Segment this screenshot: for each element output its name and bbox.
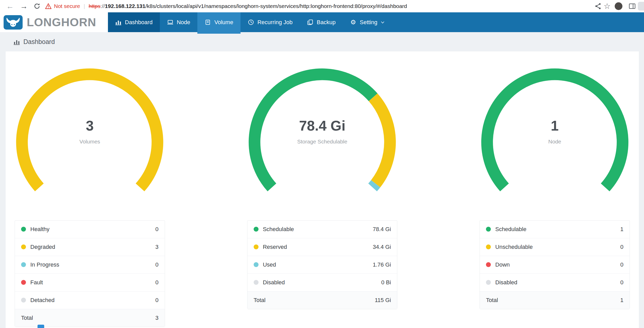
legend-dot [254,262,259,267]
back-top-button-fragment[interactable] [38,325,44,328]
database-icon [205,19,211,25]
legend-row: In Progress0 [15,256,165,274]
legend-value: 1 [599,221,630,238]
legend-dot [21,280,26,285]
nav-item-volume[interactable]: Volume [197,12,240,32]
url-host: 192.168.122.131 [105,3,145,9]
bar-chart-icon [115,19,122,25]
gauge-label: Volumes [15,138,164,144]
browser-forward-button[interactable]: → [17,0,30,12]
brand[interactable]: LONGHORN [0,12,108,32]
legend-label: Healthy [30,226,50,232]
gauge-value: 78.4 Gi [247,117,397,134]
legend-value: 34.4 Gi [342,238,397,256]
legend-row: Schedulable1 [480,221,630,238]
nav-label: Backup [317,19,336,26]
chevron-down-icon [380,20,385,25]
url-scheme: https [89,3,100,9]
url-text: https://192.168.122.131/k8s/clusters/loc… [89,3,407,9]
legend-dot [254,227,259,232]
legend-value: 78.4 Gi [342,221,397,238]
legend-total-row: Total1 [480,291,630,309]
legend-dot [254,280,259,285]
gauge-grid: 3 Volumes Healthy0Degraded3In Progress0F… [15,67,630,327]
legend-label: Unschedulable [495,244,533,250]
legend-label: Used [263,261,276,268]
volumes-gauge: 3 Volumes [15,67,164,198]
share-icon[interactable] [592,3,600,10]
address-divider: | [83,3,86,9]
nav-label: Volume [214,19,233,26]
url-scheme-suffix: :// [100,3,105,9]
total-label: Total [15,309,130,327]
laptop-icon [167,19,173,25]
address-bar[interactable]: Not secure | https://192.168.122.131/k8s… [45,3,587,9]
dashboard-icon [13,39,20,45]
breadcrumb: Dashboard [0,32,644,51]
nav-item-node[interactable]: Node [160,12,198,32]
gauge-center: 1 Node [480,117,630,144]
legend-row: Schedulable78.4 Gi [247,221,397,238]
side-panel-icon[interactable] [627,3,634,10]
storage-legend-table: Schedulable78.4 GiReserved34.4 GiUsed1.7… [247,220,398,309]
legend-value: 3 [130,238,165,256]
legend-label: Disabled [263,279,285,286]
bookmark-star-icon[interactable]: ☆ [604,2,611,10]
legend-row: Degraded3 [15,238,165,256]
gauge-center: 78.4 Gi Storage Schedulable [247,117,397,144]
copy-icon [307,19,314,25]
legend-label: Fault [30,279,43,286]
nav-item-setting[interactable]: ⚙Setting [343,12,393,32]
legend-row: Disabled0 Bi [247,274,397,291]
nav-label: Node [177,19,190,26]
legend-row: Detached0 [15,291,165,309]
nav-item-dashboard[interactable]: Dashboard [108,12,160,32]
storage-gauge: 78.4 Gi Storage Schedulable [247,67,397,198]
brand-name: LONGHORN [27,16,96,29]
legend-dot [254,244,259,249]
nodes-gauge: 1 Node [480,67,630,198]
legend-row: Disabled0 [480,274,630,291]
gauge-value: 1 [480,117,630,134]
total-label: Total [247,291,342,309]
page-title: Dashboard [23,38,55,45]
total-value: 3 [130,309,165,327]
legend-label: Degraded [30,244,55,250]
legend-label: Schedulable [495,226,526,232]
nodes-panel: 1 Node Schedulable1Unschedulable0Down0Di… [480,67,630,327]
legend-label: In Progress [30,261,59,268]
nav-item-recurring-job[interactable]: Recurring Job [241,12,300,32]
legend-row: Used1.76 Gi [247,256,397,274]
legend-dot [21,244,26,249]
legend-value: 0 [599,238,630,256]
dashboard-card: 3 Volumes Healthy0Degraded3In Progress0F… [6,51,639,328]
legend-value: 1.76 Gi [342,256,397,274]
legend-total-row: Total3 [15,309,165,327]
profile-avatar[interactable] [615,2,622,10]
reload-icon[interactable] [31,3,39,10]
clock-icon [248,19,254,25]
nav-item-backup[interactable]: Backup [300,12,343,32]
legend-dot [21,262,26,267]
gauge-label: Node [480,138,630,144]
browser-menu-fragment[interactable] [638,2,644,11]
main-nav: DashboardNodeVolumeRecurring JobBackup⚙S… [108,12,392,32]
legend-label: Reserved [263,244,287,250]
gear-icon: ⚙ [350,19,356,25]
total-label: Total [480,291,599,309]
nodes-legend-table: Schedulable1Unschedulable0Down0Disabled0… [480,220,630,309]
legend-value: 0 [599,274,630,291]
warning-icon [45,3,51,9]
legend-label: Down [495,261,510,268]
url-path: /k8s/clusters/local/api/v1/namespaces/lo… [145,3,407,9]
legend-row: Healthy0 [15,221,165,238]
volumes-legend-table: Healthy0Degraded3In Progress0Fault0Detac… [15,220,165,327]
browser-back-button[interactable]: ← [4,0,16,12]
legend-dot [486,244,491,249]
legend-value: 0 [599,256,630,274]
legend-label: Schedulable [263,226,294,232]
total-value: 1 [599,291,630,309]
nav-label: Setting [360,19,378,26]
legend-row: Down0 [480,256,630,274]
legend-dot [21,227,26,232]
